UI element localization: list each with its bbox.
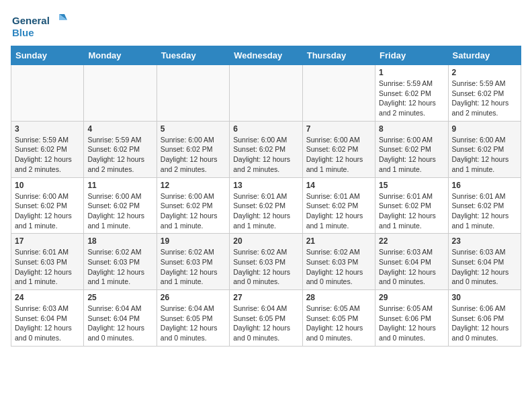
- day-number: 29: [379, 293, 444, 302]
- day-number: 22: [379, 236, 444, 246]
- week-row-2: 3Sunrise: 5:59 AM Sunset: 6:02 PM Daylig…: [11, 121, 521, 177]
- calendar-cell: 4Sunrise: 5:59 AM Sunset: 6:02 PM Daylig…: [84, 121, 157, 177]
- day-info: Sunrise: 6:00 AM Sunset: 6:02 PM Dayligh…: [15, 191, 80, 231]
- logo-svg: General Blue: [11, 11, 71, 40]
- day-number: 4: [87, 124, 152, 134]
- day-info: Sunrise: 5:59 AM Sunset: 6:02 PM Dayligh…: [379, 79, 444, 118]
- day-number: 12: [161, 181, 226, 190]
- day-info: Sunrise: 6:00 AM Sunset: 6:02 PM Dayligh…: [306, 135, 371, 175]
- calendar-cell: 20Sunrise: 6:02 AM Sunset: 6:03 PM Dayli…: [230, 234, 302, 290]
- day-number: 1: [379, 68, 444, 77]
- weekday-header-saturday: Saturday: [448, 46, 521, 65]
- day-info: Sunrise: 6:02 AM Sunset: 6:03 PM Dayligh…: [161, 247, 226, 287]
- day-info: Sunrise: 6:00 AM Sunset: 6:02 PM Dayligh…: [161, 191, 226, 231]
- day-number: 20: [233, 236, 298, 246]
- day-number: 3: [15, 124, 80, 134]
- calendar-cell: 30Sunrise: 6:06 AM Sunset: 6:06 PM Dayli…: [448, 290, 521, 347]
- calendar-cell: 2Sunrise: 5:59 AM Sunset: 6:02 PM Daylig…: [448, 65, 521, 122]
- calendar-cell: [230, 65, 302, 122]
- weekday-header-row: SundayMondayTuesdayWednesdayThursdayFrid…: [11, 46, 521, 65]
- calendar-cell: 17Sunrise: 6:01 AM Sunset: 6:03 PM Dayli…: [11, 234, 84, 290]
- day-number: 27: [233, 293, 298, 302]
- day-number: 7: [306, 124, 371, 134]
- calendar-cell: 29Sunrise: 6:05 AM Sunset: 6:06 PM Dayli…: [375, 290, 448, 347]
- day-number: 14: [306, 181, 371, 190]
- day-info: Sunrise: 6:01 AM Sunset: 6:03 PM Dayligh…: [15, 247, 80, 287]
- calendar-cell: 16Sunrise: 6:01 AM Sunset: 6:02 PM Dayli…: [448, 177, 521, 234]
- calendar-cell: [302, 65, 375, 122]
- day-number: 13: [233, 181, 298, 190]
- calendar-cell: 15Sunrise: 6:01 AM Sunset: 6:02 PM Dayli…: [375, 177, 448, 234]
- weekday-header-friday: Friday: [375, 46, 448, 65]
- calendar-cell: 1Sunrise: 5:59 AM Sunset: 6:02 PM Daylig…: [375, 65, 448, 122]
- day-info: Sunrise: 6:00 AM Sunset: 6:02 PM Dayligh…: [87, 191, 152, 231]
- calendar-cell: 11Sunrise: 6:00 AM Sunset: 6:02 PM Dayli…: [84, 177, 157, 234]
- calendar-cell: 6Sunrise: 6:00 AM Sunset: 6:02 PM Daylig…: [230, 121, 302, 177]
- calendar-cell: [157, 65, 229, 122]
- day-number: 10: [15, 181, 80, 190]
- day-info: Sunrise: 6:04 AM Sunset: 6:05 PM Dayligh…: [233, 304, 298, 343]
- day-number: 8: [379, 124, 444, 134]
- calendar-cell: [84, 65, 157, 122]
- calendar-cell: 12Sunrise: 6:00 AM Sunset: 6:02 PM Dayli…: [157, 177, 229, 234]
- day-number: 11: [87, 181, 152, 190]
- day-info: Sunrise: 5:59 AM Sunset: 6:02 PM Dayligh…: [15, 135, 80, 175]
- day-number: 18: [87, 236, 152, 246]
- calendar-cell: 23Sunrise: 6:03 AM Sunset: 6:04 PM Dayli…: [448, 234, 521, 290]
- weekday-header-wednesday: Wednesday: [230, 46, 302, 65]
- day-info: Sunrise: 6:00 AM Sunset: 6:02 PM Dayligh…: [161, 135, 226, 175]
- weekday-header-thursday: Thursday: [302, 46, 375, 65]
- day-number: 24: [15, 293, 80, 302]
- calendar-cell: 8Sunrise: 6:00 AM Sunset: 6:02 PM Daylig…: [375, 121, 448, 177]
- calendar-cell: 19Sunrise: 6:02 AM Sunset: 6:03 PM Dayli…: [157, 234, 229, 290]
- day-info: Sunrise: 6:00 AM Sunset: 6:02 PM Dayligh…: [379, 135, 444, 175]
- day-info: Sunrise: 6:03 AM Sunset: 6:04 PM Dayligh…: [15, 304, 80, 343]
- logo: General Blue: [11, 11, 71, 40]
- day-info: Sunrise: 6:06 AM Sunset: 6:06 PM Dayligh…: [452, 304, 517, 343]
- day-info: Sunrise: 5:59 AM Sunset: 6:02 PM Dayligh…: [87, 135, 152, 175]
- day-info: Sunrise: 6:04 AM Sunset: 6:05 PM Dayligh…: [161, 304, 226, 343]
- calendar-cell: 18Sunrise: 6:02 AM Sunset: 6:03 PM Dayli…: [84, 234, 157, 290]
- day-info: Sunrise: 6:05 AM Sunset: 6:05 PM Dayligh…: [306, 304, 371, 343]
- calendar-cell: 10Sunrise: 6:00 AM Sunset: 6:02 PM Dayli…: [11, 177, 84, 234]
- day-number: 26: [161, 293, 226, 302]
- day-info: Sunrise: 6:01 AM Sunset: 6:02 PM Dayligh…: [306, 191, 371, 231]
- weekday-header-monday: Monday: [84, 46, 157, 65]
- weekday-header-sunday: Sunday: [11, 46, 84, 65]
- day-number: 19: [161, 236, 226, 246]
- day-number: 9: [452, 124, 517, 134]
- week-row-4: 17Sunrise: 6:01 AM Sunset: 6:03 PM Dayli…: [11, 234, 521, 290]
- day-info: Sunrise: 6:01 AM Sunset: 6:02 PM Dayligh…: [233, 191, 298, 231]
- calendar-cell: 24Sunrise: 6:03 AM Sunset: 6:04 PM Dayli…: [11, 290, 84, 347]
- calendar-cell: 9Sunrise: 6:00 AM Sunset: 6:02 PM Daylig…: [448, 121, 521, 177]
- day-info: Sunrise: 6:01 AM Sunset: 6:02 PM Dayligh…: [379, 191, 444, 231]
- week-row-3: 10Sunrise: 6:00 AM Sunset: 6:02 PM Dayli…: [11, 177, 521, 234]
- day-info: Sunrise: 6:03 AM Sunset: 6:04 PM Dayligh…: [379, 247, 444, 287]
- weekday-header-tuesday: Tuesday: [157, 46, 229, 65]
- calendar-cell: 7Sunrise: 6:00 AM Sunset: 6:02 PM Daylig…: [302, 121, 375, 177]
- day-info: Sunrise: 6:01 AM Sunset: 6:02 PM Dayligh…: [452, 191, 517, 231]
- day-number: 21: [306, 236, 371, 246]
- calendar-cell: 25Sunrise: 6:04 AM Sunset: 6:04 PM Dayli…: [84, 290, 157, 347]
- week-row-1: 1Sunrise: 5:59 AM Sunset: 6:02 PM Daylig…: [11, 65, 521, 122]
- day-info: Sunrise: 5:59 AM Sunset: 6:02 PM Dayligh…: [452, 79, 517, 118]
- day-info: Sunrise: 6:02 AM Sunset: 6:03 PM Dayligh…: [233, 247, 298, 287]
- calendar-cell: 13Sunrise: 6:01 AM Sunset: 6:02 PM Dayli…: [230, 177, 302, 234]
- day-number: 17: [15, 236, 80, 246]
- day-number: 5: [161, 124, 226, 134]
- day-number: 15: [379, 181, 444, 190]
- calendar-cell: 21Sunrise: 6:02 AM Sunset: 6:03 PM Dayli…: [302, 234, 375, 290]
- day-number: 25: [87, 293, 152, 302]
- calendar-cell: 27Sunrise: 6:04 AM Sunset: 6:05 PM Dayli…: [230, 290, 302, 347]
- day-info: Sunrise: 6:00 AM Sunset: 6:02 PM Dayligh…: [452, 135, 517, 175]
- day-number: 16: [452, 181, 517, 190]
- calendar-cell: [11, 65, 84, 122]
- day-number: 30: [452, 293, 517, 302]
- calendar-cell: 5Sunrise: 6:00 AM Sunset: 6:02 PM Daylig…: [157, 121, 229, 177]
- day-number: 23: [452, 236, 517, 246]
- day-number: 6: [233, 124, 298, 134]
- day-info: Sunrise: 6:03 AM Sunset: 6:04 PM Dayligh…: [452, 247, 517, 287]
- day-number: 2: [452, 68, 517, 77]
- week-row-5: 24Sunrise: 6:03 AM Sunset: 6:04 PM Dayli…: [11, 290, 521, 347]
- header: General Blue: [11, 11, 521, 40]
